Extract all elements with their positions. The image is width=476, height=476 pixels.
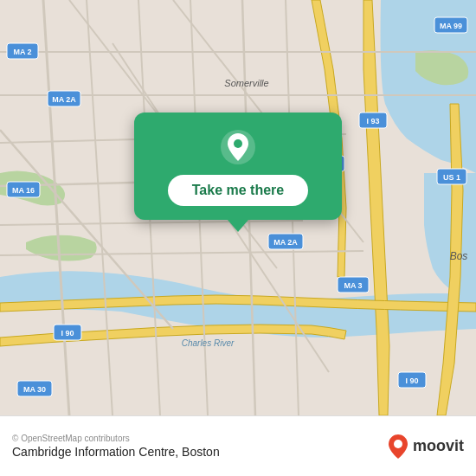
- copyright-text: © OpenStreetMap contributors: [12, 434, 220, 443]
- svg-text:MA 16: MA 16: [12, 186, 35, 195]
- moovit-pin-icon: [389, 434, 408, 459]
- svg-text:I 90: I 90: [61, 329, 74, 338]
- svg-text:MA 30: MA 30: [23, 385, 46, 394]
- svg-text:MA 3: MA 3: [344, 281, 362, 290]
- svg-text:Charles River: Charles River: [182, 338, 235, 348]
- svg-text:I 93: I 93: [366, 117, 379, 125]
- svg-text:Bos: Bos: [450, 250, 468, 262]
- moovit-text: moovit: [413, 437, 464, 455]
- svg-point-45: [234, 139, 242, 148]
- svg-text:Somerville: Somerville: [224, 78, 268, 88]
- take-me-there-button[interactable]: Take me there: [168, 175, 308, 206]
- info-bar: © OpenStreetMap contributors Cambridge I…: [0, 415, 476, 476]
- map-container[interactable]: MA 2 MA 2A MA 16 I 90 MA 30 MA 28 MA 2A …: [0, 0, 476, 415]
- svg-text:I 90: I 90: [405, 376, 418, 385]
- location-info: © OpenStreetMap contributors Cambridge I…: [12, 434, 220, 459]
- location-name: Cambridge Information Centre, Boston: [12, 445, 220, 459]
- svg-text:MA 2A: MA 2A: [52, 95, 76, 104]
- popup-card: Take me there: [134, 113, 342, 220]
- svg-text:MA 99: MA 99: [440, 22, 462, 30]
- svg-text:MA 2: MA 2: [13, 48, 31, 56]
- svg-text:MA 2A: MA 2A: [273, 238, 298, 247]
- svg-point-46: [394, 440, 402, 448]
- moovit-logo: moovit: [389, 434, 464, 459]
- svg-text:US 1: US 1: [443, 173, 460, 182]
- location-pin-icon: [219, 128, 257, 166]
